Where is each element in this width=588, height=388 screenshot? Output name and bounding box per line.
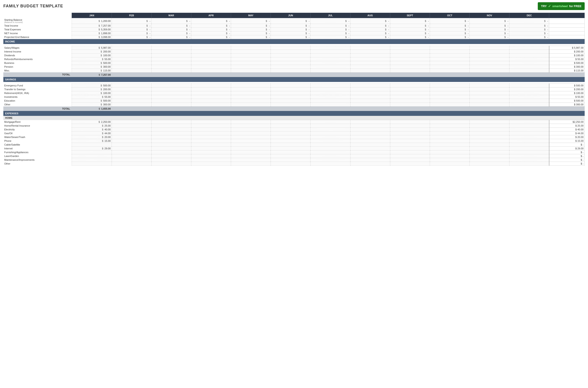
electricity-row: Electricity $ 40.00 $ 40.00 (3, 128, 585, 131)
home-insurance-row: Home/Rental Insurance $ 25.00 $ 25.00 (3, 124, 585, 128)
investments-row: Investments $ 55.00 $ 55.00 (3, 95, 585, 99)
sb-aug[interactable]: $ - (350, 18, 390, 24)
water-label: Water/Sewer/Trash (3, 135, 72, 139)
sb-mar[interactable]: $ - (151, 18, 191, 24)
spacer-after-savings-header (3, 82, 585, 84)
smartsheet-cta-button[interactable]: TRY ✓ smartsheet for FREE (538, 2, 585, 10)
savings-total-jan: $ 1,655.00 (72, 106, 112, 111)
col-mar: MAR (151, 13, 191, 18)
investments-label: Investments (3, 95, 72, 99)
expenses-section-header: EXPENSES (3, 111, 585, 116)
maintenance-label: Maintenance/Improvements (3, 158, 72, 162)
sb-jul[interactable]: $ - (310, 18, 350, 24)
sb-oct[interactable]: $ - (430, 18, 470, 24)
interest-income-row: Interest Income $ 200.00 $ 200.00 (3, 49, 585, 53)
retirement-label: Retirement(401K, IRA) (3, 91, 72, 95)
phone-row: Phone $ 15.00 $ 15.00 (3, 139, 585, 143)
savings-total-label: TOTAL (3, 106, 72, 111)
salary-row: Salary/Wages $ 5,987.00 $ 5,987.00 (3, 46, 585, 49)
retirement-row: Retirement(401K, IRA) $ 100.00 $ 100.00 (3, 91, 585, 95)
col-nov: NOV (470, 13, 509, 18)
checkmark-icon: ✓ (548, 4, 551, 8)
mortgage-label: Mortgage/Rent (3, 120, 72, 124)
col-jul: JUL (310, 13, 350, 18)
business-row: Business $ 500.00 $ 500.00 (3, 61, 585, 65)
lawn-row: Lawn/Garden $ - (3, 154, 585, 158)
sb-may[interactable]: $ - (231, 18, 271, 24)
pension-row: Pension $ 300.00 $ 300.00 (3, 65, 585, 69)
month-header-row: JAN FEB MAR APR MAY JUN JUL AUG SEPT OCT… (3, 13, 585, 18)
education-label: Education (3, 99, 72, 103)
starting-balance-sublabel: (Balance in Account) (4, 21, 71, 24)
water-row: Water/Sewer/Trash $ 20.00 $ 20.00 (3, 135, 585, 139)
starting-balance-label: Starting Balance (4, 19, 71, 21)
home-other-label: Other (3, 162, 72, 166)
emergency-fund-row: Emergency Fund $ 500.00 $ 500.00 (3, 84, 585, 88)
income-section-header: INCOME (3, 39, 585, 44)
education-row: Education $ 500.00 $ 500.00 (3, 99, 585, 103)
interest-income-label: Interest Income (3, 49, 72, 53)
savings-section-header: SAVINGS (3, 77, 585, 82)
total-income-row: Total Income $ 7,257.00 $ - $ - $ - $ - … (3, 24, 585, 28)
page-title: FAMILY BUDGET TEMPLATE (3, 4, 63, 8)
home-subsection-header: HOME (3, 116, 585, 120)
home-label: HOME (3, 116, 585, 120)
business-label: Business (3, 61, 72, 65)
total-income-label: Total Income (3, 24, 72, 28)
sb-sept[interactable]: $ - (390, 18, 430, 24)
lawn-label: Lawn/Garden (3, 154, 72, 158)
net-income-row: NET Income $ 1,898.00 $ - $ - $ - $ - $ … (3, 31, 585, 35)
col-apr: APR (191, 13, 231, 18)
home-other-row: Other $ - (3, 162, 585, 166)
total-expenses-label: Total Expenses (3, 28, 72, 31)
transfer-savings-label: Transfer to Savings (3, 88, 72, 91)
home-insurance-label: Home/Rental Insurance (3, 124, 72, 128)
transfer-savings-row: Transfer to Savings $ 200.00 $ 200.00 (3, 88, 585, 91)
sb-dec[interactable]: $ - (509, 18, 549, 24)
col-dec: DEC (509, 13, 549, 18)
refunds-label: Refunds/Reimbursements (3, 57, 72, 61)
cable-label: Cable/Satellite (3, 143, 72, 147)
income-total-row: TOTAL $ 7,257.00 (3, 72, 585, 77)
savings-label: SAVINGS (3, 77, 585, 82)
sb-apr[interactable]: $ - (191, 18, 231, 24)
emergency-fund-label: Emergency Fund (3, 84, 72, 88)
net-income-label: NET Income (3, 31, 72, 35)
try-label: TRY (541, 4, 547, 8)
sb-jan[interactable]: $ 1,200.00 (72, 18, 112, 24)
savings-total-row: TOTAL $ 1,655.00 (3, 106, 585, 111)
gasoil-row: Gas/Oil $ 44.00 $ 44.00 (3, 131, 585, 135)
expenses-label: EXPENSES (3, 111, 585, 116)
col-oct: OCT (430, 13, 470, 18)
dividends-row: Dividends $ 100.00 $ 100.00 (3, 53, 585, 57)
brand-label: smartsheet (552, 4, 568, 8)
spacer-after-income-header (3, 44, 585, 46)
col-may: MAY (231, 13, 271, 18)
misc-label: Misc. (3, 69, 72, 72)
sb-jun[interactable]: $ - (271, 18, 310, 24)
mortgage-row: Mortgage/Rent $ 2,250.00 $2,250.00 (3, 120, 585, 124)
total-expenses-row: Total Expenses $ 5,359.00 $ - $ - $ - $ … (3, 28, 585, 31)
internet-label: Internet (3, 147, 72, 150)
col-feb: FEB (112, 13, 151, 18)
dividends-label: Dividends (3, 53, 72, 57)
pension-label: Pension (3, 65, 72, 69)
maintenance-row: Maintenance/Improvements $ - (3, 158, 585, 162)
sb-nov[interactable]: $ - (470, 18, 509, 24)
savings-other-label: Other (3, 103, 72, 106)
ti-jan[interactable]: $ 7,257.00 (72, 24, 112, 28)
projected-balance-label: Projected End Balance (3, 35, 72, 39)
furnishing-row: Furnishing/Appliances $ - (3, 150, 585, 154)
phone-label: Phone (3, 139, 72, 143)
sb-feb[interactable]: $ - (112, 18, 151, 24)
col-sept: SEPT (390, 13, 430, 18)
income-total-jan: $ 7,257.00 (72, 72, 112, 77)
starting-balance-row: Starting Balance (Balance in Account) $ … (3, 18, 585, 24)
electricity-label: Electricity (3, 128, 72, 131)
cable-row: Cable/Satellite $ - (3, 143, 585, 147)
col-jan: JAN (72, 13, 112, 18)
furnishing-label: Furnishing/Appliances (3, 150, 72, 154)
projected-balance-row: Projected End Balance $ 3,098.00 $ - $ -… (3, 35, 585, 39)
savings-other-row: Other $ 300.00 $ 300.00 (3, 103, 585, 106)
col-jun: JUN (271, 13, 310, 18)
